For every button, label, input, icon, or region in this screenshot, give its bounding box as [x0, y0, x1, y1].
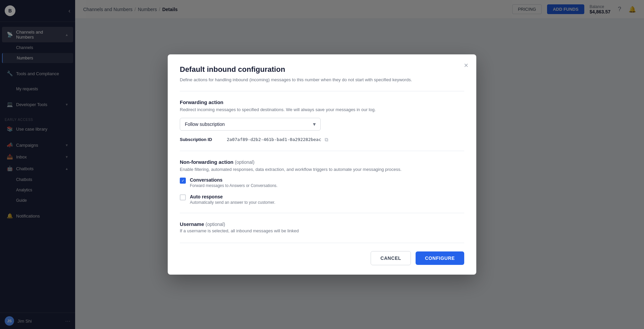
non-forwarding-optional: (optional)	[235, 159, 254, 165]
non-forwarding-title: Non-forwarding action (optional)	[180, 159, 464, 165]
subscription-id-value: 2a07af89-d2b2-461b-bad1-0a292282beac	[227, 137, 321, 142]
auto-response-checkbox-row: Auto response Automatically send an answ…	[180, 194, 464, 205]
username-section-desc: If a username is selected, all inbound m…	[180, 228, 464, 233]
copy-icon[interactable]: ⧉	[325, 137, 328, 143]
subscription-id-label: Subscription ID	[180, 137, 223, 142]
username-section: Username (optional) If a username is sel…	[180, 221, 464, 233]
forwarding-section-title: Forwarding action	[180, 99, 464, 105]
modal-divider-1	[180, 91, 464, 91]
auto-response-desc: Automatically send an answer to your cus…	[190, 200, 275, 205]
checkmark-icon: ✓	[181, 179, 184, 183]
configure-button[interactable]: CONFIGURE	[416, 251, 464, 265]
conversations-label: Conversations	[190, 177, 277, 183]
modal-divider-2	[180, 151, 464, 151]
username-section-title: Username (optional)	[180, 221, 464, 227]
auto-response-checkbox[interactable]	[180, 194, 186, 200]
modal-dialog: Default inbound configuration Define act…	[168, 54, 476, 275]
forwarding-dropdown-wrapper: Follow subscription Forward to URL Forwa…	[180, 118, 321, 131]
modal-footer: CANCEL CONFIGURE	[180, 243, 464, 275]
conversations-text: Conversations Forward messages to Answer…	[190, 177, 277, 188]
conversations-checkbox[interactable]: ✓	[180, 178, 186, 184]
username-optional-label: (optional)	[206, 222, 225, 227]
modal-overlay[interactable]: Default inbound configuration Define act…	[0, 0, 644, 329]
modal-close-button[interactable]: ×	[464, 61, 468, 70]
non-forwarding-section: Non-forwarding action (optional) Enable …	[180, 159, 464, 205]
forwarding-action-section: Forwarding action Redirect incoming mess…	[180, 99, 464, 131]
non-forwarding-desc: Enable filtering, automated responses, d…	[180, 166, 464, 173]
modal-description: Define actions for handling inbound (inc…	[180, 77, 464, 83]
subscription-id-row: Subscription ID 2a07af89-d2b2-461b-bad1-…	[180, 137, 464, 143]
modal-title: Default inbound configuration	[180, 65, 464, 74]
forwarding-action-dropdown[interactable]: Follow subscription Forward to URL Forwa…	[180, 118, 321, 131]
modal-divider-3	[180, 213, 464, 213]
auto-response-label: Auto response	[190, 194, 275, 199]
modal-header: Default inbound configuration Define act…	[180, 65, 464, 83]
auto-response-text: Auto response Automatically send an answ…	[190, 194, 275, 205]
conversations-desc: Forward messages to Answers or Conversat…	[190, 183, 277, 188]
forwarding-section-desc: Redirect incoming messages to specified …	[180, 106, 464, 113]
cancel-button[interactable]: CANCEL	[371, 251, 411, 265]
conversations-checkbox-row: ✓ Conversations Forward messages to Answ…	[180, 177, 464, 188]
